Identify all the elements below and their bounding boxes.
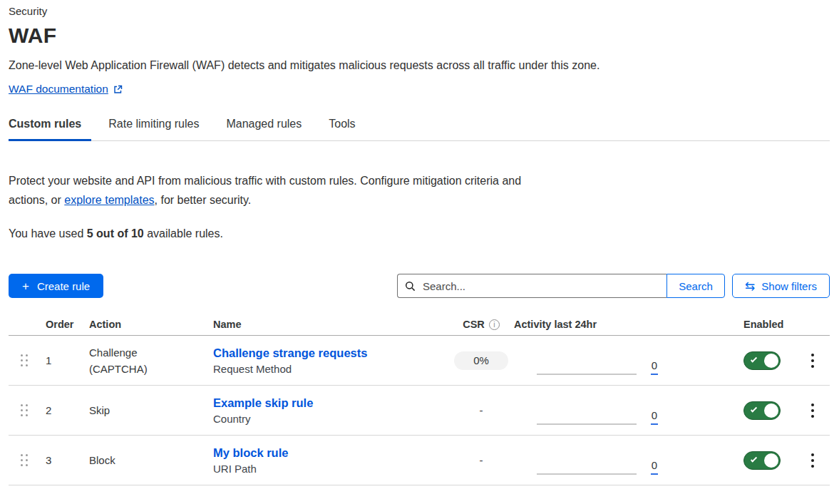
usage-prefix: You have used bbox=[9, 227, 87, 240]
header-enabled: Enabled bbox=[671, 319, 795, 330]
rule-order: 3 bbox=[40, 454, 83, 466]
rules-table: Order Action Name CSR i Activity last 24… bbox=[9, 314, 830, 485]
enabled-toggle[interactable] bbox=[743, 451, 781, 470]
page-description: Zone-level Web Application Firewall (WAF… bbox=[9, 59, 830, 72]
page-title: WAF bbox=[9, 24, 830, 48]
breadcrumb[interactable]: Security bbox=[9, 5, 830, 17]
search-box bbox=[397, 274, 666, 298]
search-button[interactable]: Search bbox=[666, 274, 725, 298]
activity-sparkline bbox=[537, 423, 637, 425]
search-icon bbox=[405, 281, 416, 292]
create-rule-label: Create rule bbox=[37, 280, 90, 292]
tab-bar: Custom rules Rate limiting rules Managed… bbox=[9, 118, 830, 141]
drag-handle-icon[interactable] bbox=[21, 354, 28, 366]
kebab-menu-icon[interactable] bbox=[795, 399, 830, 422]
rule-field: Request Method bbox=[213, 363, 448, 375]
rule-action: Challenge (CAPTCHA) bbox=[83, 344, 168, 377]
intro-after: , for better security. bbox=[155, 194, 252, 206]
rule-action: Skip bbox=[83, 402, 168, 418]
table-header: Order Action Name CSR i Activity last 24… bbox=[9, 314, 830, 336]
activity-sparkline bbox=[537, 374, 637, 375]
check-icon bbox=[751, 406, 757, 412]
explore-templates-link[interactable]: explore templates bbox=[64, 194, 154, 206]
toggle-knob bbox=[764, 354, 778, 368]
rule-field: Country bbox=[213, 413, 448, 425]
usage-count: 5 out of 10 bbox=[87, 227, 144, 240]
enabled-toggle[interactable] bbox=[743, 351, 781, 370]
waf-documentation-link[interactable]: WAF documentation bbox=[9, 83, 108, 96]
drag-handle-icon[interactable] bbox=[21, 454, 28, 466]
tab-rate-limiting-rules[interactable]: Rate limiting rules bbox=[108, 118, 209, 140]
enabled-toggle[interactable] bbox=[743, 401, 781, 420]
info-icon[interactable]: i bbox=[489, 319, 500, 330]
table-row: 1 Challenge (CAPTCHA) Challenge strange … bbox=[9, 336, 830, 386]
create-rule-button[interactable]: + Create rule bbox=[9, 274, 103, 298]
activity-count-link[interactable]: 0 bbox=[651, 359, 658, 375]
toggle-knob bbox=[764, 453, 778, 468]
show-filters-label: Show filters bbox=[761, 280, 817, 292]
tab-managed-rules[interactable]: Managed rules bbox=[226, 118, 312, 140]
toggle-knob bbox=[764, 403, 778, 418]
csr-value: - bbox=[480, 404, 483, 416]
waf-page: Security WAF Zone-level Web Application … bbox=[0, 0, 839, 485]
header-order: Order bbox=[40, 319, 83, 330]
external-link-icon bbox=[113, 85, 123, 94]
csr-value: 0% bbox=[454, 351, 508, 370]
header-action: Action bbox=[83, 319, 207, 330]
swap-arrows-icon: ⇆ bbox=[745, 280, 755, 292]
show-filters-button[interactable]: ⇆ Show filters bbox=[732, 274, 830, 298]
rule-action: Block bbox=[83, 452, 168, 468]
plus-icon: + bbox=[22, 280, 29, 292]
header-activity: Activity last 24hr bbox=[514, 319, 671, 330]
rule-order: 2 bbox=[40, 404, 83, 416]
drag-handle-icon[interactable] bbox=[21, 404, 28, 416]
toolbar: + Create rule Search ⇆ Show filt bbox=[9, 274, 830, 298]
rule-order: 1 bbox=[40, 354, 83, 366]
search-input[interactable] bbox=[421, 279, 659, 293]
rule-name-link[interactable]: My block rule bbox=[213, 446, 288, 460]
csr-value: - bbox=[480, 454, 483, 466]
activity-count-link[interactable]: 0 bbox=[651, 459, 658, 475]
usage-suffix: available rules. bbox=[144, 227, 223, 240]
tab-tools[interactable]: Tools bbox=[329, 118, 365, 140]
rule-name-link[interactable]: Example skip rule bbox=[213, 396, 313, 410]
activity-count-link[interactable]: 0 bbox=[651, 409, 658, 425]
activity-sparkline bbox=[537, 473, 637, 475]
kebab-menu-icon[interactable] bbox=[795, 449, 830, 472]
check-icon bbox=[751, 356, 757, 362]
table-row: 3 Block My block rule URI Path - 0 bbox=[9, 436, 830, 485]
rule-field: URI Path bbox=[213, 463, 448, 475]
check-icon bbox=[751, 456, 757, 462]
tab-custom-rules[interactable]: Custom rules bbox=[9, 118, 91, 140]
header-name: Name bbox=[207, 319, 448, 330]
kebab-menu-icon[interactable] bbox=[795, 349, 830, 372]
usage-text: You have used 5 out of 10 available rule… bbox=[9, 227, 830, 240]
table-row: 2 Skip Example skip rule Country - 0 bbox=[9, 386, 830, 436]
intro-text: Protect your website and API from malici… bbox=[9, 171, 540, 210]
rule-name-link[interactable]: Challenge strange requests bbox=[213, 346, 367, 360]
header-csr: CSR bbox=[463, 319, 485, 330]
